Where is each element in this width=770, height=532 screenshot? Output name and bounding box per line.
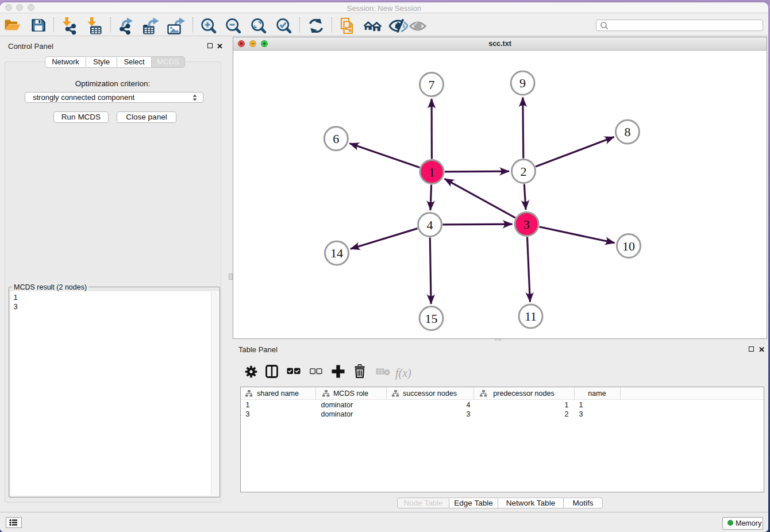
svg-text:2: 2 [521,164,527,179]
svg-text:8: 8 [625,125,631,139]
svg-text:6: 6 [333,132,339,146]
svg-text:9: 9 [519,76,526,90]
svg-text:1: 1 [429,165,435,179]
svg-text:3: 3 [523,217,530,232]
svg-text:15: 15 [425,311,438,326]
svg-text:10: 10 [622,239,635,253]
svg-text:11: 11 [525,309,537,323]
svg-text:7: 7 [429,78,435,92]
svg-text:4: 4 [427,218,433,232]
svg-text:14: 14 [330,246,343,260]
